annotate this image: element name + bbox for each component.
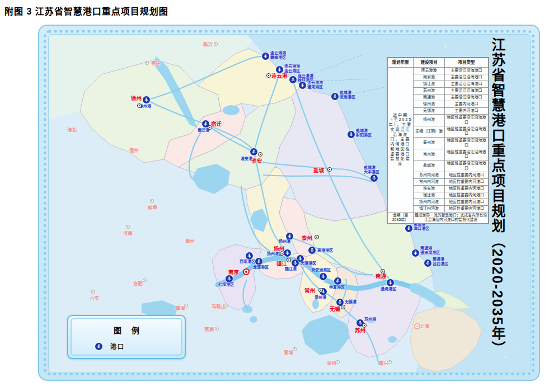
project-name-cell: 常州港 [414, 149, 445, 160]
city-label: 六安 [90, 294, 99, 301]
city-marker [266, 73, 271, 78]
header-plan-period: 规划年限 [388, 58, 414, 68]
city-marker [327, 167, 332, 172]
project-name-cell: 宿迁港 [414, 192, 445, 199]
plan-table: 规划年限 建设项目 项目类型 近中期（至2025年），主要实现沿江沿海港口、主要… [387, 58, 489, 224]
legend-panel: 图例 港口 [71, 318, 182, 356]
project-name-cell: 镇江港 [414, 81, 445, 88]
project-name-cell: 无锡港 [414, 108, 445, 115]
project-name-cell: 连云港港 [414, 68, 445, 74]
project-type-cell: 地区性重要沿江沿海港口 [445, 160, 489, 172]
project-name-cell: 盐城港 [414, 160, 445, 172]
city-label: 扬州 [274, 244, 284, 252]
city-label: 马鞍山 [212, 303, 226, 309]
project-type-cell: 地区性重要沿江沿海港口 [445, 115, 489, 126]
city-marker [336, 360, 340, 364]
long-term-text-cell: 建成世界一流的智慧港口；完成省内所有沿江沿海及内河港口的智慧化建设 [414, 212, 489, 224]
city-marker [126, 225, 130, 229]
city-label: 苏州 [355, 326, 365, 334]
city-label: 宣城 [284, 348, 293, 355]
city-label: 滁州 [185, 237, 195, 244]
anchor-icon [95, 343, 102, 350]
project-name-cell: 常州内河港 [414, 178, 445, 185]
city-label: 嘉兴 [379, 359, 388, 366]
project-name-cell: 苏州港 [414, 88, 445, 95]
near-term-cell: 近中期（至2025年），主要实现沿江沿海港口、主要内河港口和地区性重要港口智慧化… [388, 68, 414, 212]
city-marker [137, 103, 142, 108]
legend-item-label: 港口 [110, 342, 125, 351]
city-marker [243, 268, 250, 275]
city-label: 镇江 [276, 259, 287, 267]
map-vertical-title: 江苏省智慧港口重点项目规划（2020-2035年） [489, 37, 506, 365]
legend: 图例 港口 [67, 315, 186, 359]
project-type-cell: 地区性重要内河港口 [445, 192, 489, 199]
project-name-cell: 南京港 [414, 74, 445, 81]
city-label: 上海 [420, 322, 429, 329]
city-label: 无锡 [330, 305, 340, 313]
city-marker [214, 42, 218, 46]
city-label: 合肥 [133, 280, 143, 286]
project-name-cell: 扬州内河港 [414, 199, 445, 205]
legend-item-port: 港口 [95, 342, 181, 351]
project-type-cell: 主要沿江沿海港口 [445, 95, 489, 101]
city-label: 盐城 [313, 166, 324, 174]
city-label: 宿迁 [211, 120, 222, 127]
project-type-cell: 地区性重要沿江沿海港口 [445, 126, 489, 138]
plan-table-body: 近中期（至2025年），主要实现沿江沿海港口、主要内河港口和地区性重要港口智慧化… [388, 68, 489, 212]
project-name-cell: 泰州港 [414, 138, 445, 149]
city-marker [150, 199, 154, 203]
city-label: 连云港 [271, 72, 288, 79]
table-header-row: 规划年限 建设项目 项目类型 [388, 58, 489, 68]
project-type-cell: 主要内河港口 [445, 101, 489, 108]
city-marker [293, 347, 297, 351]
project-type-cell: 主要沿江沿海港口 [445, 81, 489, 88]
city-marker [287, 258, 291, 262]
project-name-cell: 南通港 [414, 95, 445, 101]
project-name-cell: 扬州港 [414, 115, 445, 126]
project-type-cell: 地区性重要内河港口 [445, 172, 489, 178]
project-type-cell: 地区性重要内河港口 [445, 199, 489, 205]
city-label: 淮安 [251, 157, 262, 164]
city-label: 泰州 [302, 234, 312, 242]
project-name-cell: 无锡（江阴）港 [414, 126, 445, 138]
city-label: 临沂 [203, 40, 213, 47]
city-label: 湖州 [327, 359, 336, 366]
city-label: 淮南 [123, 229, 133, 236]
city-label: 芜湖 [204, 325, 214, 332]
header-project: 建设项目 [414, 58, 445, 68]
city-label: 宿州 [129, 147, 139, 153]
city-label: 南通 [376, 272, 386, 280]
city-marker [143, 278, 147, 282]
city-marker [318, 288, 323, 292]
city-marker [145, 61, 149, 65]
legend-title: 图例 [72, 324, 181, 336]
project-name-cell: 徐州港 [414, 101, 445, 108]
city-marker [258, 152, 262, 157]
project-name-cell: 苏州内河港 [414, 172, 445, 178]
project-type-cell: 地区性重要沿江沿海港口 [445, 149, 489, 160]
city-marker [91, 290, 95, 294]
city-label: 枣庄 [151, 59, 161, 66]
project-type-cell: 地区性重要内河港口 [445, 178, 489, 185]
long-term-row: 远期（至2035年） 建成世界一流的智慧港口；完成省内所有沿江沿海及内河港口的智… [388, 212, 489, 224]
project-type-cell: 主要沿江沿海港口 [445, 68, 489, 74]
city-label: 巢湖 [176, 304, 185, 311]
city-label: 南京 [228, 268, 239, 276]
city-label: 常州 [304, 286, 315, 294]
city-label: 淮北 [67, 126, 77, 133]
project-type-cell: 主要沿江沿海港口 [445, 74, 489, 81]
city-label: 蚌埠 [148, 204, 157, 210]
planning-map-page: 附图 3 江苏省智慧港口重点项目规划图 [0, 0, 549, 392]
city-label: 徐州 [131, 94, 142, 102]
project-type-cell: 地区性重要内河港口 [445, 185, 489, 192]
long-term-label-cell: 远期（至2035年） [388, 212, 414, 224]
city-marker [388, 360, 392, 364]
header-project-type: 项目类型 [445, 58, 489, 68]
project-name-cell: 镇江内河港 [414, 205, 445, 212]
project-type-cell: 主要沿江沿海港口 [445, 88, 489, 95]
city-marker [315, 235, 319, 239]
project-type-cell: 地区性重要沿江沿海港口 [445, 138, 489, 149]
project-type-cell: 主要内河港口 [445, 108, 489, 115]
city-marker [341, 305, 345, 309]
table-row: 近中期（至2025年），主要实现沿江沿海港口、主要内河港口和地区性重要港口智慧化… [388, 68, 489, 74]
